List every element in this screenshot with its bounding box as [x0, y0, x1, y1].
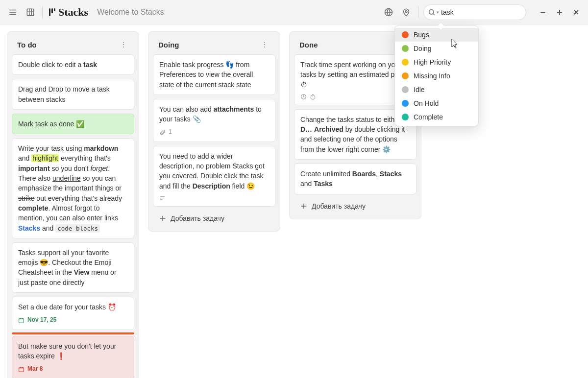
paperclip-icon	[159, 129, 166, 136]
task-card[interactable]: Tasks support all your favorite emojis 😎…	[12, 242, 134, 293]
task-card[interactable]: Write your task using markdown and highl…	[12, 138, 134, 238]
logo-text: Stacks	[58, 6, 88, 19]
window-controls	[537, 6, 582, 18]
filter-option-label: On Hold	[414, 99, 439, 107]
filter-option[interactable]: High Priority	[395, 55, 478, 69]
filter-option-label: Doing	[414, 45, 432, 52]
plus-icon	[159, 214, 167, 222]
filter-option[interactable]: Doing	[395, 42, 478, 55]
description-badge	[159, 195, 269, 201]
svg-rect-14	[540, 12, 545, 13]
filter-option[interactable]: Idle	[395, 83, 478, 96]
svg-rect-7	[49, 8, 50, 16]
close-button[interactable]	[570, 6, 582, 18]
kanban-board: To do ⋮ Double click to edit a task Drag…	[0, 24, 588, 378]
filter-option-label: High Priority	[414, 58, 451, 66]
attachment-badge: 1	[159, 128, 269, 136]
task-card[interactable]: But make sure you don't let your tasks e…	[12, 336, 134, 378]
filter-option[interactable]: Bugs	[395, 28, 478, 42]
svg-rect-19	[19, 318, 24, 323]
menu-button[interactable]	[6, 5, 20, 19]
task-card[interactable]: You can also add attachments to your tas…	[153, 99, 275, 142]
svg-rect-8	[51, 8, 53, 13]
chevron-down-icon[interactable]: ▾	[437, 10, 439, 15]
task-card[interactable]: Drag and Drop to move a task between sta…	[12, 79, 134, 110]
divider	[42, 6, 43, 18]
divider	[418, 6, 418, 18]
calendar-icon	[18, 317, 24, 324]
svg-point-35	[311, 95, 315, 99]
tag-dot-icon	[402, 100, 409, 107]
stack-title: To do	[17, 41, 37, 49]
add-task-button[interactable]: Добавить задачу	[294, 198, 416, 214]
svg-rect-9	[54, 8, 55, 11]
filter-option[interactable]: On Hold	[395, 96, 478, 110]
app-logo: Stacks	[49, 6, 88, 19]
location-button[interactable]	[399, 5, 413, 19]
svg-point-12	[429, 9, 434, 14]
task-card[interactable]: Enable task progress 👣 from Preferences …	[153, 54, 275, 95]
top-bar: Stacks Welcome to Stacks ▾	[0, 0, 588, 24]
calendar-icon	[18, 366, 24, 373]
board-view-button[interactable]	[24, 5, 37, 19]
filter-option-label: Complete	[414, 113, 443, 121]
tag-dot-icon	[402, 86, 409, 93]
filter-option[interactable]: Complete	[395, 110, 478, 124]
svg-point-11	[405, 10, 407, 12]
add-task-button[interactable]: Добавить задачу	[153, 211, 275, 226]
tag-dot-icon	[402, 31, 409, 38]
stack-title: Doing	[158, 41, 179, 49]
task-card[interactable]: You need to add a wider description, no …	[153, 146, 275, 207]
maximize-button[interactable]	[554, 6, 565, 18]
stack-doing: Doing ⋮ Enable task progress 👣 from Pref…	[148, 31, 280, 232]
task-card[interactable]: Set a due date for your tasks ⏰ Nov 17, …	[12, 297, 134, 330]
globe-button[interactable]	[382, 5, 395, 19]
task-card[interactable]: Mark task as done ✅	[12, 114, 134, 134]
time-badge	[300, 94, 410, 100]
plus-icon	[300, 202, 308, 210]
tag-dot-icon	[402, 72, 409, 79]
stack-menu-button[interactable]: ⋮	[117, 40, 130, 49]
tag-dot-icon	[402, 45, 409, 52]
stopwatch-icon	[310, 94, 316, 100]
filter-option[interactable]: Missing Info	[395, 69, 478, 83]
clock-icon	[300, 94, 307, 100]
search-icon	[428, 8, 436, 16]
svg-line-13	[433, 14, 435, 15]
filter-option-label: Bugs	[414, 31, 429, 39]
stack-todo: To do ⋮ Double click to edit a task Drag…	[7, 31, 139, 378]
due-date-badge: Mar 8	[18, 365, 128, 373]
search-input[interactable]	[441, 8, 527, 16]
search-filter-dropdown: BugsDoingHigh PriorityMissing InfoIdleOn…	[394, 25, 479, 126]
logo-mark-icon	[49, 8, 56, 17]
search-box[interactable]: ▾	[423, 4, 526, 20]
filter-option-label: Missing Info	[414, 72, 450, 80]
board-title: Welcome to Stacks	[97, 8, 164, 17]
tag-dot-icon	[402, 59, 409, 66]
due-date-badge: Nov 17, 25	[18, 316, 128, 324]
minimize-button[interactable]	[537, 6, 549, 18]
filter-option-label: Idle	[414, 86, 425, 94]
stack-title: Done	[299, 41, 318, 49]
stack-menu-button[interactable]: ⋮	[258, 40, 271, 49]
text-icon	[159, 195, 166, 201]
tag-dot-icon	[402, 114, 409, 120]
task-card[interactable]: Create unlimited Boards, Stacks and Task…	[294, 164, 416, 194]
svg-rect-23	[19, 367, 24, 372]
svg-rect-3	[27, 9, 34, 16]
task-card[interactable]: Double click to edit a task	[12, 54, 134, 75]
